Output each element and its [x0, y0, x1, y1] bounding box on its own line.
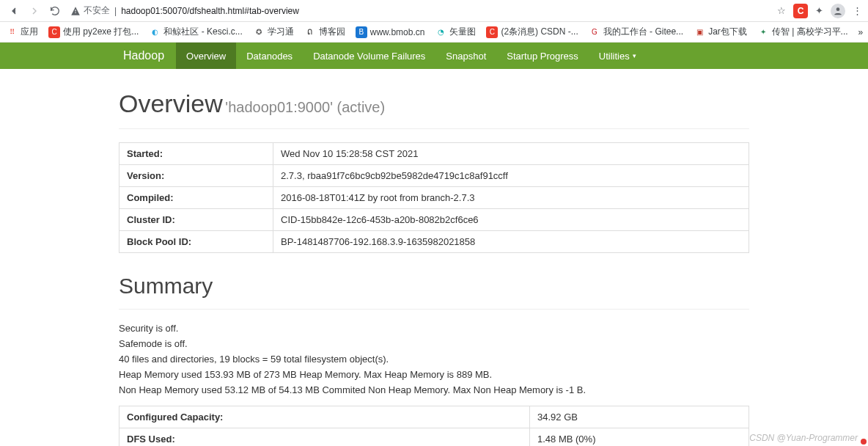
apps-grid-icon: ⠿ [6, 26, 18, 38]
bookmark-item[interactable]: C使用 py2exe 打包... [48, 26, 139, 38]
row-key: Cluster ID: [119, 209, 273, 231]
page-viewport: Hadoop Overview Datanodes Datanode Volum… [0, 43, 868, 446]
tab-utilities[interactable]: Utilities▾ [589, 43, 647, 69]
table-row: DFS Used:1.48 MB (0%) [119, 428, 749, 447]
tab-datanodes[interactable]: Datanodes [236, 43, 303, 69]
summary-line: Heap Memory used 153.93 MB of 273 MB Hea… [119, 369, 749, 380]
row-key: DFS Used: [119, 428, 530, 447]
bookmark-item[interactable]: G我的工作台 - Gitee... [589, 26, 683, 38]
bookmark-favicon: C [486, 26, 498, 38]
kebab-menu-icon[interactable]: ⋮ [853, 5, 862, 16]
url-text: hadoop01:50070/dfshealth.html#tab-overvi… [121, 6, 299, 16]
table-row: Block Pool ID:BP-1481487706-192.168.3.9-… [119, 231, 749, 253]
bookmark-favicon: ◔ [435, 26, 446, 38]
summary-line: Non Heap Memory used 53.12 MB of 54.13 M… [119, 384, 749, 395]
page-title: Overview [119, 89, 223, 117]
chevron-down-icon: ▾ [633, 52, 636, 59]
url-separator: | [114, 6, 117, 16]
row-key: Configured Capacity: [119, 406, 530, 428]
bookmark-favicon: ◐ [149, 26, 161, 38]
bookmark-favicon: ✪ [253, 26, 265, 38]
address-bar[interactable]: 不安全 | hadoop01:50070/dfshealth.html#tab-… [70, 4, 299, 17]
table-row: Cluster ID:CID-15bb842e-12c6-453b-a20b-8… [119, 209, 749, 231]
row-key: Version: [119, 165, 273, 187]
bookmark-label: 和鲸社区 - Kesci.c... [163, 26, 242, 38]
divider [119, 128, 749, 129]
summary-table: Configured Capacity:34.92 GBDFS Used:1.4… [119, 406, 749, 446]
page-subtitle: 'hadoop01:9000' (active) [225, 99, 385, 115]
bookmark-item[interactable]: ▣Jar包下载 [694, 26, 747, 38]
star-icon[interactable]: ☆ [777, 5, 786, 16]
overview-table: Started:Wed Nov 10 15:28:58 CST 2021Vers… [119, 142, 749, 253]
summary-title: Summary [119, 274, 749, 299]
bookmark-item[interactable]: ᕠ博客园 [304, 26, 345, 38]
bookmark-label: www.bmob.cn [370, 27, 425, 37]
bookmark-label: Jar包下载 [708, 26, 747, 38]
recording-indicator-icon [861, 439, 867, 445]
bookmark-item[interactable]: ✦传智 | 高校学习平... [757, 26, 848, 38]
table-row: Configured Capacity:34.92 GB [119, 406, 749, 428]
main-content: Overview 'hadoop01:9000' (active) Starte… [111, 69, 757, 446]
row-value: 34.92 GB [530, 406, 749, 428]
brand-label[interactable]: Hadoop [111, 43, 176, 69]
table-row: Compiled:2016-08-18T01:41Z by root from … [119, 187, 749, 209]
bookmark-item[interactable]: ◔矢量图 [435, 26, 476, 38]
bookmark-label: 使用 py2exe 打包... [63, 26, 139, 38]
table-row: Version:2.7.3, rbaa91f7c6bc9cb92be5982de… [119, 165, 749, 187]
profile-avatar-icon[interactable] [831, 4, 845, 18]
bookmark-favicon: ▣ [694, 26, 705, 38]
insecure-label: 不安全 [84, 4, 110, 17]
overview-heading-row: Overview 'hadoop01:9000' (active) [119, 89, 749, 118]
row-value: BP-1481487706-192.168.3.9-1635982021858 [273, 231, 749, 253]
tab-snapshot[interactable]: Snapshot [435, 43, 496, 69]
watermark-text: CSDN @Yuan-Programmer [749, 433, 858, 443]
row-key: Started: [119, 143, 273, 165]
bookmark-label: 矢量图 [449, 26, 476, 38]
bookmark-label: (2条消息) CSDN -... [501, 26, 578, 38]
row-value: CID-15bb842e-12c6-453b-a20b-8082b2cf6ce6 [273, 209, 749, 231]
row-value: 1.48 MB (0%) [530, 428, 749, 447]
bookmark-item[interactable]: Bwww.bmob.cn [356, 26, 425, 38]
summary-line: Security is off. [119, 323, 749, 334]
browser-toolbar: 不安全 | hadoop01:50070/dfshealth.html#tab-… [0, 0, 868, 22]
extensions-icon[interactable]: ✦ [815, 5, 823, 16]
bookmark-favicon: ✦ [757, 26, 769, 38]
reload-button[interactable] [47, 3, 63, 19]
tab-startup-progress[interactable]: Startup Progress [496, 43, 589, 69]
bookmark-favicon: C [48, 26, 60, 38]
row-value: 2.7.3, rbaa91f7c6bc9cb92be5982de4719c1c8… [273, 165, 749, 187]
bookmark-item[interactable]: ◐和鲸社区 - Kesci.c... [149, 26, 242, 38]
tab-overview[interactable]: Overview [176, 43, 236, 69]
bookmark-item[interactable]: ✪学习通 [253, 26, 294, 38]
bookmarks-bar: ⠿ 应用 C使用 py2exe 打包...◐和鲸社区 - Kesci.c...✪… [0, 22, 868, 43]
bookmark-label: 博客园 [319, 26, 345, 38]
row-key: Compiled: [119, 187, 273, 209]
bookmarks-overflow[interactable]: » [858, 27, 864, 37]
svg-point-0 [836, 7, 840, 11]
row-value: 2016-08-18T01:41Z by root from branch-2.… [273, 187, 749, 209]
insecure-icon: 不安全 [70, 4, 110, 17]
bookmark-favicon: B [356, 26, 367, 38]
hadoop-navbar: Hadoop Overview Datanodes Datanode Volum… [0, 43, 868, 69]
bookmark-label: 我的工作台 - Gitee... [603, 26, 683, 38]
bookmark-label: 传智 | 高校学习平... [772, 26, 848, 38]
bookmark-item[interactable]: C(2条消息) CSDN -... [486, 26, 578, 38]
tab-datanode-volume-failures[interactable]: Datanode Volume Failures [303, 43, 435, 69]
back-button[interactable] [6, 3, 22, 19]
utilities-label: Utilities [599, 51, 630, 62]
summary-line: 40 files and directories, 19 blocks = 59… [119, 354, 749, 365]
row-key: Block Pool ID: [119, 231, 273, 253]
bookmark-label: 学习通 [268, 26, 294, 38]
apps-button[interactable]: ⠿ 应用 [6, 26, 38, 38]
divider [119, 309, 749, 310]
table-row: Started:Wed Nov 10 15:28:58 CST 2021 [119, 143, 749, 165]
apps-label: 应用 [21, 26, 38, 38]
bookmark-favicon: G [589, 26, 600, 38]
forward-button[interactable] [26, 3, 43, 19]
bookmark-favicon: ᕠ [304, 26, 316, 38]
row-value: Wed Nov 10 15:28:58 CST 2021 [273, 143, 749, 165]
extension-c-icon[interactable]: C [793, 4, 808, 18]
summary-line: Safemode is off. [119, 338, 749, 349]
